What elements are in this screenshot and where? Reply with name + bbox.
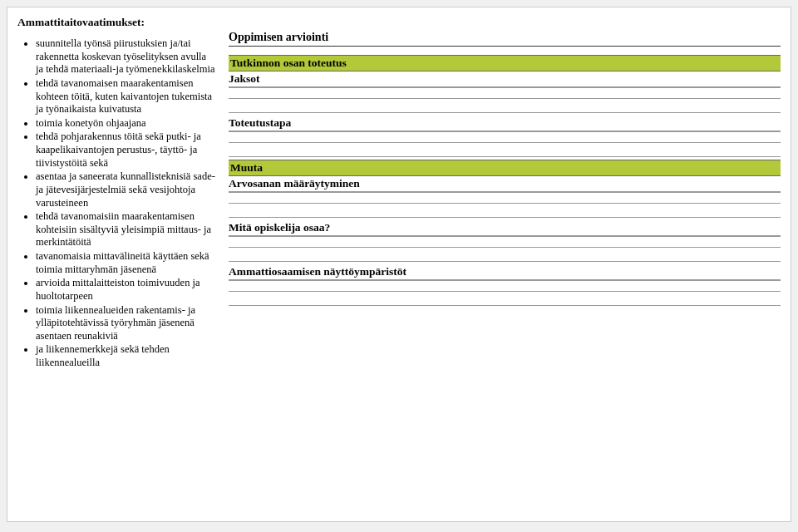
list-item: tehdä tavanomaisiin maarakentamisen koht… (36, 210, 215, 249)
blank-line (229, 294, 781, 306)
blank-lines (229, 86, 781, 113)
heading-other: Muuta (229, 160, 781, 176)
blank-lines (229, 131, 781, 157)
blank-line (229, 280, 781, 292)
blank-lines (229, 235, 781, 262)
subhead-method: Toteutustapa (229, 116, 781, 131)
list-item: suunnitella työnsä piirustuksien ja/tai … (36, 37, 215, 76)
left-column: Ammattitaitovaatimukset: suunnitella työ… (17, 16, 215, 513)
blank-lines (229, 191, 781, 218)
list-item: tehdä tavanomaisen maarakentamisen kohte… (36, 77, 215, 116)
subhead-environments: Ammattiosaamisen näyttöympäristöt (229, 264, 781, 279)
blank-line (229, 236, 781, 248)
subhead-grading: Arvosanan määräytyminen (229, 176, 781, 191)
list-item: ja liikennemerkkejä sekä tehden liikenne… (36, 343, 215, 369)
blank-line (229, 87, 781, 99)
list-item: asentaa ja saneerata kunnallisteknisiä s… (36, 170, 215, 209)
list-item: tehdä pohjarakennus töitä sekä putki- ja… (36, 131, 215, 170)
section-implementation: Tutkinnon osan toteutus Jaksot Toteutust… (229, 55, 781, 157)
blank-lines (229, 279, 781, 306)
blank-line (229, 131, 781, 143)
blank-line (229, 206, 781, 218)
right-column: Oppimisen arviointi Tutkinnon osan toteu… (229, 16, 781, 513)
heading-implementation: Tutkinnon osan toteutus (229, 55, 781, 71)
list-item: tavanomaisia mittavälineitä käyttäen sek… (36, 250, 215, 276)
blank-line (229, 145, 781, 157)
blank-line (229, 192, 781, 204)
blank-line (229, 101, 781, 113)
requirements-list: suunnitella työnsä piirustuksien ja/tai … (17, 37, 215, 370)
list-item: toimia konetyön ohjaajana (36, 117, 215, 131)
page-root: Ammattitaitovaatimukset: suunnitella työ… (7, 7, 791, 522)
list-item: toimia liikennealueiden rakentamis- ja y… (36, 304, 215, 343)
subhead-periods: Jaksot (229, 71, 781, 86)
blank-line (229, 250, 781, 262)
section-assessment: Oppimisen arviointi (229, 31, 781, 47)
subhead-learning: Mitä opiskelija osaa? (229, 220, 781, 235)
requirements-title: Ammattitaitovaatimukset: (17, 16, 215, 29)
section-other: Muuta Arvosanan määräytyminen Mitä opisk… (229, 160, 781, 306)
list-item: arvioida mittalaitteiston toimivuuden ja… (36, 277, 215, 303)
heading-assessment: Oppimisen arviointi (229, 31, 781, 47)
